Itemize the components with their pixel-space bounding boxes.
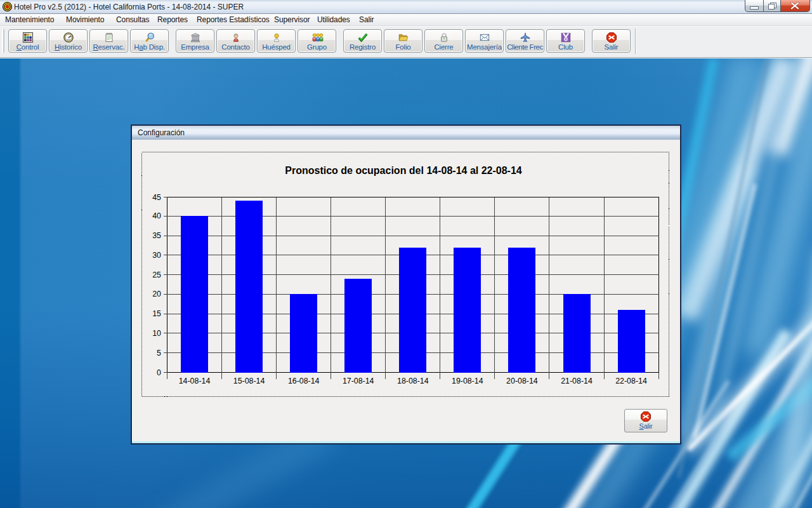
svg-text:16-08-14: 16-08-14 <box>288 377 320 385</box>
svg-text:14-08-14: 14-08-14 <box>179 377 211 385</box>
svg-text:19-08-14: 19-08-14 <box>452 377 483 385</box>
svg-text:20: 20 <box>152 290 161 298</box>
svg-text:5: 5 <box>157 349 161 358</box>
svg-text:21-08-14: 21-08-14 <box>561 377 593 385</box>
svg-text:40: 40 <box>152 211 161 220</box>
svg-text:22-08-14: 22-08-14 <box>615 377 647 385</box>
svg-text:25: 25 <box>152 271 161 279</box>
svg-text:17-08-14: 17-08-14 <box>343 377 374 385</box>
svg-text:18-08-14: 18-08-14 <box>397 377 429 385</box>
svg-text:45: 45 <box>152 193 161 202</box>
svg-text:35: 35 <box>152 231 161 240</box>
svg-text:0: 0 <box>157 368 161 377</box>
svg-text:15-08-14: 15-08-14 <box>233 377 265 385</box>
svg-text:10: 10 <box>152 329 161 338</box>
svg-text:20-08-14: 20-08-14 <box>506 377 538 385</box>
svg-text:30: 30 <box>152 251 161 260</box>
svg-text:15: 15 <box>152 309 161 318</box>
svg-text:Pronostico de ocupacion del 14: Pronostico de ocupacion del 14-08-14 al … <box>285 165 522 176</box>
